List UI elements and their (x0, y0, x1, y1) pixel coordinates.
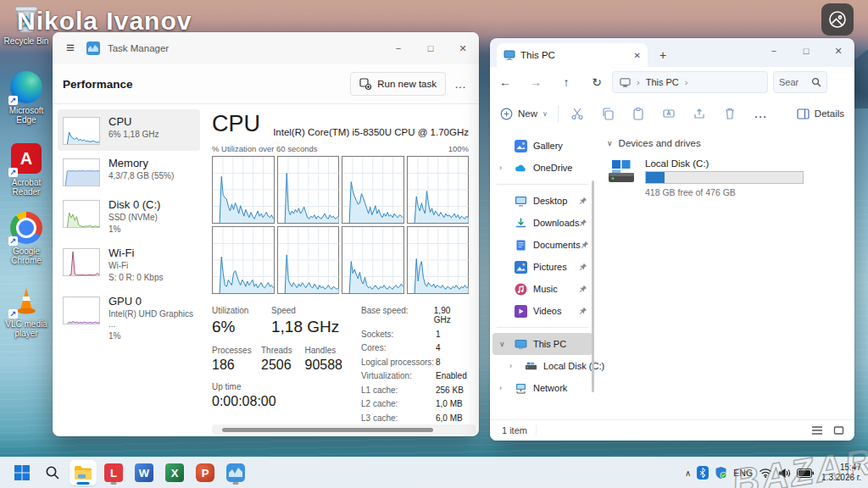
address-bar[interactable]: › This PC › (612, 71, 768, 93)
breadcrumb-this-pc[interactable]: This PC (646, 77, 679, 87)
hidden-icons-chevron[interactable]: ∧ (685, 469, 691, 478)
section-devices-and-drives[interactable]: ∨ Devices and drives (607, 138, 854, 148)
desktop-icon-vlc[interactable]: ↗ VLC media player (0, 285, 53, 338)
sidebar-item-documents[interactable]: Documents (492, 234, 593, 256)
tab-title: This PC (520, 50, 555, 60)
pin-icon (579, 219, 587, 227)
sidebar-item-desktop[interactable]: Desktop (492, 190, 593, 212)
hamburger-menu-icon[interactable]: ≡ (66, 40, 75, 57)
photo-overlay-icon[interactable] (821, 3, 854, 36)
drive-icon (607, 158, 637, 186)
details-toggle-button[interactable]: Details (797, 108, 844, 119)
minimize-button[interactable]: − (382, 36, 415, 61)
close-button[interactable]: ✕ (447, 36, 479, 61)
sidebar-item-onedrive[interactable]: › OneDrive (492, 157, 593, 179)
cpu-model: Intel(R) Core(TM) i5-8350U CPU @ 1.70GHz (273, 127, 469, 137)
tab-this-pc[interactable]: This PC ✕ (497, 43, 648, 67)
desktop-icon-acrobat[interactable]: A ↗ Acrobat Reader (0, 142, 53, 197)
sidebar-item-gpu[interactable]: GPU 0 Intel(R) UHD Graphics ... 1% (58, 289, 200, 347)
taskbar-search-button[interactable] (39, 460, 66, 485)
sidebar-item-gallery[interactable]: Gallery (492, 135, 593, 157)
chevron-down-icon[interactable]: ∨ (499, 340, 505, 348)
close-button[interactable]: ✕ (822, 38, 854, 64)
core-chart (277, 226, 340, 294)
sidebar-item-wifi[interactable]: Wi-Fi Wi-Fi S: 0 R: 0 Kbps (58, 241, 200, 289)
list-view-icon[interactable] (811, 425, 823, 435)
more-options-button[interactable]: … (454, 77, 467, 91)
horizontal-scrollbar[interactable] (212, 424, 476, 435)
chevron-right-icon[interactable]: › (499, 384, 502, 392)
graph-axis-label: % Utilization over 60 seconds (212, 144, 318, 153)
copy-button[interactable] (601, 107, 615, 120)
sidebar-item-label: Local Disk (C:) (543, 361, 604, 371)
capacity-bar (645, 171, 804, 184)
security-shield-icon[interactable] (715, 466, 727, 480)
desktop-icon-label: Microsoft Edge (0, 106, 53, 125)
owner-watermark-text: Nikola Ivanov (17, 7, 192, 36)
core-chart (407, 156, 470, 224)
sidebar-item-local-disk[interactable]: › Local Disk (C:) (492, 355, 593, 377)
search-input[interactable]: Sear (773, 71, 827, 93)
large-icons-view-icon[interactable] (833, 425, 844, 435)
new-button[interactable]: New ∨ (500, 108, 548, 120)
bluetooth-icon[interactable] (697, 466, 709, 480)
more-options-button[interactable]: … (754, 106, 767, 121)
back-button[interactable]: ← (490, 75, 520, 89)
forward-button[interactable]: → (520, 75, 551, 89)
scrollbar-thumb[interactable] (222, 428, 433, 432)
delete-button[interactable] (723, 107, 737, 120)
pin-icon (581, 241, 589, 249)
edge-icon: ↗ (10, 71, 42, 103)
vlc-icon: ↗ (10, 285, 42, 317)
this-pc-icon (620, 77, 631, 88)
sidebar-item-pictures[interactable]: Pictures (492, 256, 593, 278)
drive-item-local-disk[interactable]: Local Disk (C:) 418 GB free of 476 GB (607, 158, 854, 197)
sidebar-item-network[interactable]: › Network (492, 377, 593, 399)
chrome-icon: ↗ (10, 212, 42, 244)
running-indicator (233, 482, 239, 485)
maximize-button[interactable]: □ (415, 36, 447, 61)
music-icon (515, 283, 527, 296)
desktop-icon-edge[interactable]: ↗ Microsoft Edge (0, 71, 53, 125)
maximize-button[interactable]: □ (790, 38, 822, 64)
sidebar-item-this-pc[interactable]: ∨ This PC (492, 333, 593, 355)
sidebar-scrollbar[interactable] (592, 180, 594, 392)
rename-button[interactable] (662, 107, 676, 120)
taskbar-task-manager[interactable] (222, 460, 249, 485)
sidebar-item-music[interactable]: Music (492, 278, 593, 300)
paste-button[interactable] (632, 107, 645, 120)
tab-close-icon[interactable]: ✕ (634, 51, 641, 60)
taskbar-l-app[interactable]: L (100, 460, 127, 485)
run-new-task-button[interactable]: Run new task (350, 72, 446, 96)
item-title: Wi-Fi (108, 247, 163, 259)
sidebar-item-memory[interactable]: Memory 4,3/7,8 GB (55%) (58, 151, 200, 192)
downloads-icon (515, 217, 527, 230)
taskbar-excel[interactable]: X (161, 460, 188, 485)
sidebar-item-downloads[interactable]: Downloads (492, 212, 593, 234)
share-button[interactable] (693, 107, 706, 120)
memory-thumbnail-chart (63, 158, 100, 186)
taskbar-word[interactable]: W (131, 460, 158, 485)
details-pane-icon (797, 108, 810, 119)
logical-processor-charts (212, 156, 469, 294)
sidebar-item-videos[interactable]: Videos (492, 300, 593, 322)
cut-button[interactable] (570, 107, 584, 120)
taskbar-powerpoint[interactable]: P (192, 460, 219, 485)
performance-sidebar: CPU 6% 1,18 GHz Memory 4,3/7,8 GB (55%) … (53, 104, 203, 436)
chevron-right-icon[interactable]: › (509, 362, 512, 370)
sidebar-item-cpu[interactable]: CPU 6% 1,18 GHz (58, 109, 200, 151)
image-icon (827, 9, 848, 30)
taskbar-file-explorer[interactable] (70, 460, 97, 485)
start-button[interactable] (8, 460, 36, 485)
explorer-tabbar: This PC ✕ + − □ ✕ (490, 38, 854, 67)
minimize-button[interactable]: − (758, 38, 790, 64)
refresh-button[interactable]: ↻ (581, 75, 612, 89)
task-manager-titlebar[interactable]: ≡ Task Manager − □ ✕ (53, 32, 479, 64)
chevron-down-icon[interactable]: ∨ (607, 139, 613, 147)
desktop-icon-chrome[interactable]: ↗ Google Chrome (0, 212, 53, 265)
new-tab-button[interactable]: + (659, 48, 666, 62)
up-button[interactable]: ↑ (551, 75, 581, 89)
explorer-content: ∨ Devices and drives Local Disk (C:) 418… (595, 130, 854, 420)
sidebar-item-disk[interactable]: Disk 0 (C:) SSD (NVMe) 1% (58, 192, 200, 241)
chevron-right-icon[interactable]: › (499, 164, 502, 172)
